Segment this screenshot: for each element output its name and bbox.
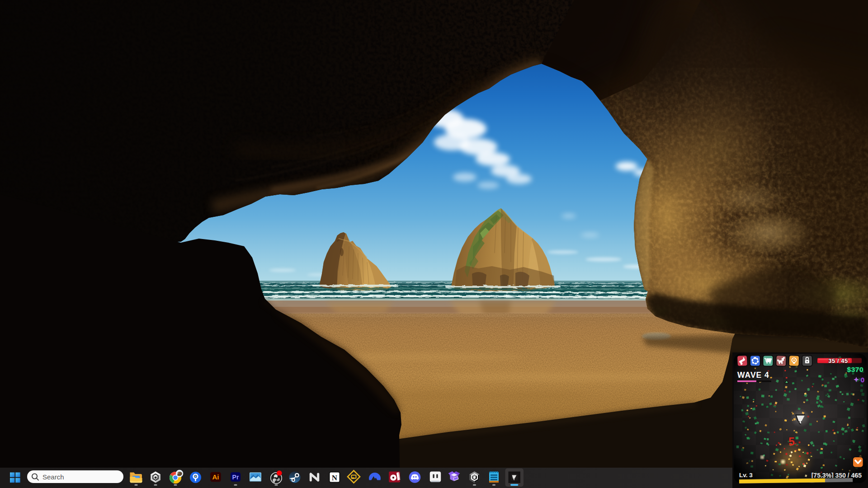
- svg-text:$370: $370: [847, 366, 863, 373]
- svg-text:Pr: Pr: [232, 474, 239, 481]
- svg-text:0: 0: [861, 376, 864, 384]
- svg-text:35 / 45: 35 / 45: [828, 357, 848, 364]
- svg-text:5: 5: [788, 435, 795, 448]
- svg-text:N: N: [332, 474, 338, 482]
- svg-text:Lv. 3: Lv. 3: [739, 472, 753, 479]
- svg-text:Ai: Ai: [212, 473, 219, 481]
- svg-text:Search: Search: [42, 473, 64, 481]
- svg-text:WAVE 4: WAVE 4: [737, 371, 769, 380]
